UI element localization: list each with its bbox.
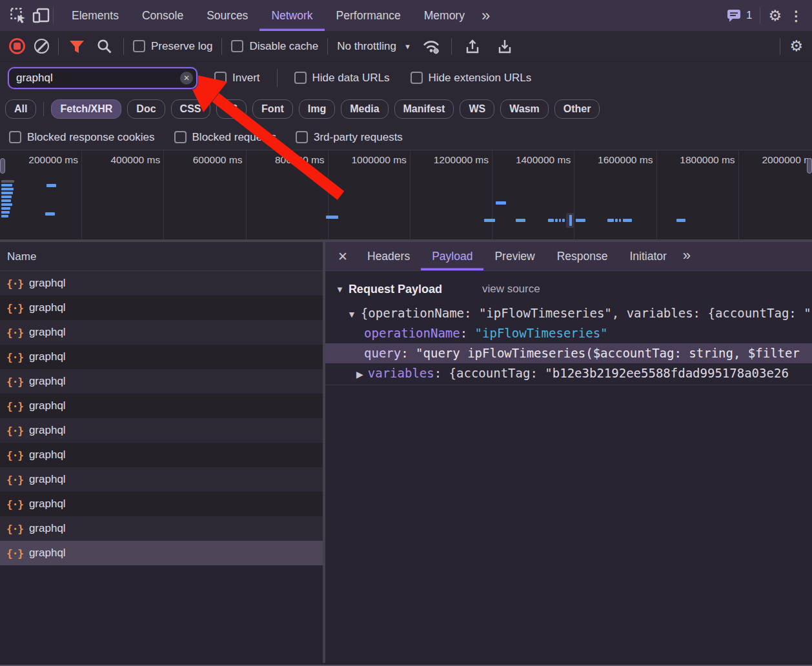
disable-cache-checkbox[interactable]: Disable cache bbox=[231, 40, 318, 53]
twisty-collapsed-icon[interactable]: ▶ bbox=[356, 369, 363, 379]
section-twisty-icon[interactable]: ▼ bbox=[336, 285, 344, 294]
more-detail-tabs-icon[interactable]: » bbox=[678, 242, 696, 270]
overview-band[interactable]: 200000 ms400000 ms600000 ms800000 ms1000… bbox=[0, 150, 812, 242]
tab-network[interactable]: Network bbox=[259, 0, 324, 31]
request-row[interactable]: {·}graphql bbox=[0, 320, 323, 345]
overview-request-mark bbox=[1, 184, 12, 187]
detail-tab-response[interactable]: Response bbox=[546, 242, 619, 270]
overview-request-mark bbox=[619, 219, 621, 222]
clear-filter-icon[interactable]: ✕ bbox=[180, 72, 193, 85]
payload-tree-row[interactable]: ▶variables: {accountTag: "b12e3b2192ee55… bbox=[325, 363, 812, 383]
request-name: graphql bbox=[29, 277, 66, 290]
request-row[interactable]: {·}graphql bbox=[0, 345, 323, 369]
third-party-requests-checkbox[interactable]: 3rd-party requests bbox=[296, 131, 403, 144]
request-row[interactable]: {·}graphql bbox=[0, 271, 323, 296]
type-chip-all[interactable]: All bbox=[5, 99, 36, 119]
checkbox-box bbox=[214, 72, 227, 84]
tab-performance[interactable]: Performance bbox=[325, 0, 412, 31]
request-row[interactable]: {·}graphql bbox=[0, 541, 323, 565]
payload-tree-row[interactable]: operationName: "ipFlowTimeseries" bbox=[325, 323, 812, 343]
twisty-expanded-icon[interactable]: ▼ bbox=[347, 309, 356, 319]
detail-tab-initiator[interactable]: Initiator bbox=[618, 242, 677, 270]
throttling-select[interactable]: No throttling ▼ bbox=[337, 40, 411, 53]
view-source-link[interactable]: view source bbox=[482, 283, 540, 296]
close-details-icon[interactable]: ✕ bbox=[329, 242, 356, 270]
overview-tick-label: 1800000 ms bbox=[657, 154, 735, 166]
tab-sources[interactable]: Sources bbox=[195, 0, 259, 31]
request-row[interactable]: {·}graphql bbox=[0, 394, 323, 418]
detail-tabbar: ✕ Headers Payload Preview Response Initi… bbox=[325, 242, 812, 271]
toolbar-separator-5 bbox=[451, 38, 452, 55]
checkbox-label: Invert bbox=[232, 72, 260, 85]
invert-checkbox[interactable]: Invert bbox=[214, 72, 260, 85]
payload-divider bbox=[325, 385, 812, 385]
search-icon[interactable] bbox=[95, 35, 114, 58]
toolbar-separator-4 bbox=[327, 38, 328, 55]
devtools-topbar: Elements Console Sources Network Perform… bbox=[0, 0, 812, 31]
clear-log-icon[interactable] bbox=[34, 39, 49, 54]
detail-tab-preview[interactable]: Preview bbox=[483, 242, 545, 270]
json-braces-icon: {·} bbox=[6, 400, 23, 412]
filter-row: ✕ Invert Hide data URLs Hide extension U… bbox=[0, 62, 812, 94]
blocked-requests-checkbox[interactable]: Blocked requests bbox=[174, 131, 276, 144]
request-row[interactable]: {·}graphql bbox=[0, 492, 323, 516]
filter-funnel-icon[interactable] bbox=[68, 35, 86, 58]
preserve-log-checkbox[interactable]: Preserve log bbox=[133, 40, 212, 53]
tab-console[interactable]: Console bbox=[130, 0, 195, 31]
type-chip-doc[interactable]: Doc bbox=[127, 99, 165, 119]
import-har-icon[interactable] bbox=[461, 35, 484, 58]
overview-request-mark bbox=[615, 219, 618, 222]
network-settings-gear-icon[interactable]: ⚙ bbox=[789, 39, 803, 54]
record-button[interactable] bbox=[9, 38, 25, 54]
detail-tab-payload[interactable]: Payload bbox=[421, 242, 483, 270]
request-row[interactable]: {·}graphql bbox=[0, 516, 323, 541]
type-chip-media[interactable]: Media bbox=[341, 99, 388, 119]
overview-tick-label: 1000000 ms bbox=[329, 154, 407, 166]
hide-data-urls-checkbox[interactable]: Hide data URLs bbox=[294, 72, 390, 85]
payload-panel: ▼ Request Payload view source ▼{operatio… bbox=[325, 271, 812, 663]
payload-tree-row[interactable]: ▼{operationName: "ipFlowTimeseries", var… bbox=[325, 303, 812, 323]
tab-elements[interactable]: Elements bbox=[60, 0, 130, 31]
request-row[interactable]: {·}graphql bbox=[0, 296, 323, 320]
type-chip-fetch-xhr[interactable]: Fetch/XHR bbox=[51, 99, 121, 119]
blocked-response-cookies-checkbox[interactable]: Blocked response cookies bbox=[9, 131, 155, 144]
settings-gear-icon[interactable]: ⚙ bbox=[768, 8, 782, 23]
issues-badge[interactable]: 1 bbox=[726, 8, 752, 23]
payload-token: operationName bbox=[364, 326, 460, 340]
more-tabs-icon[interactable]: » bbox=[476, 1, 495, 30]
request-row[interactable]: {·}graphql bbox=[0, 418, 323, 443]
request-row[interactable]: {·}graphql bbox=[0, 467, 323, 492]
payload-tree-row[interactable]: query: "query ipFlowTimeseries($accountT… bbox=[325, 343, 812, 363]
type-chip-css[interactable]: CSS bbox=[171, 99, 210, 119]
overview-grabber[interactable] bbox=[0, 158, 5, 174]
type-chip-other[interactable]: Other bbox=[554, 99, 600, 119]
payload-tree: ▼{operationName: "ipFlowTimeseries", var… bbox=[325, 303, 812, 385]
device-toolbar-icon[interactable] bbox=[30, 4, 53, 27]
request-row[interactable]: {·}graphql bbox=[0, 443, 323, 467]
section-title: Request Payload bbox=[349, 283, 442, 296]
inspect-element-icon[interactable] bbox=[6, 4, 30, 27]
type-chip-img[interactable]: Img bbox=[299, 99, 335, 119]
hide-extension-urls-checkbox[interactable]: Hide extension URLs bbox=[411, 72, 532, 85]
type-chip-font[interactable]: Font bbox=[252, 99, 293, 119]
overview-grabber[interactable] bbox=[807, 158, 812, 174]
detail-tab-headers[interactable]: Headers bbox=[356, 242, 421, 270]
type-chip-js[interactable]: JS bbox=[216, 99, 247, 119]
request-name: graphql bbox=[29, 547, 66, 560]
request-row[interactable]: {·}graphql bbox=[0, 369, 323, 394]
payload-token: : bbox=[401, 346, 416, 360]
menu-dots-icon[interactable]: ⋮ bbox=[789, 9, 803, 23]
issues-count: 1 bbox=[746, 9, 752, 22]
tab-memory[interactable]: Memory bbox=[412, 0, 476, 31]
json-braces-icon: {·} bbox=[6, 302, 23, 314]
filter-input[interactable] bbox=[8, 67, 198, 89]
overview-request-mark bbox=[1, 188, 14, 190]
network-conditions-icon[interactable] bbox=[420, 35, 442, 58]
type-chip-manifest[interactable]: Manifest bbox=[394, 99, 454, 119]
name-column-header[interactable]: Name bbox=[0, 242, 323, 271]
export-har-icon[interactable] bbox=[493, 35, 516, 58]
type-chip-wasm[interactable]: Wasm bbox=[500, 99, 549, 119]
filter-separator bbox=[277, 69, 278, 87]
type-chip-ws[interactable]: WS bbox=[460, 99, 494, 119]
checkbox-label: Blocked response cookies bbox=[27, 131, 155, 144]
